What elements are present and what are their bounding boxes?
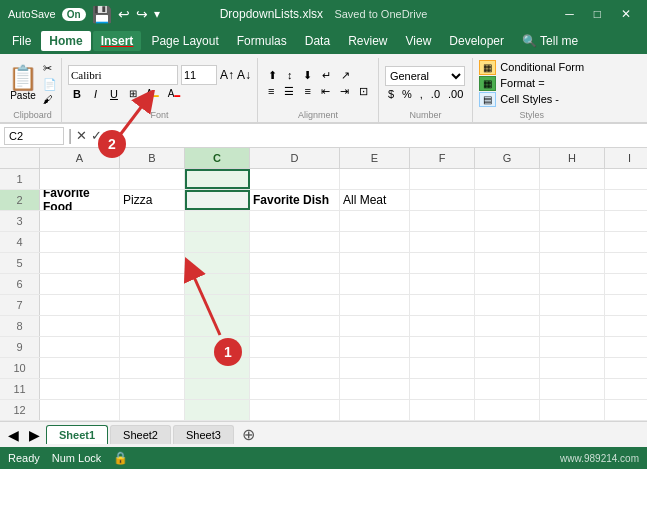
cell-f8[interactable] (410, 316, 475, 336)
save-icon[interactable]: 💾 (92, 5, 112, 24)
menu-file[interactable]: File (4, 31, 39, 51)
decrease-font-icon[interactable]: A↓ (237, 68, 251, 82)
increase-indent-button[interactable]: ⇥ (336, 84, 353, 99)
cell-d9[interactable] (250, 337, 340, 357)
cell-i3[interactable] (605, 211, 647, 231)
cell-b9[interactable] (120, 337, 185, 357)
cell-a3[interactable] (40, 211, 120, 231)
cell-g8[interactable] (475, 316, 540, 336)
cell-d10[interactable] (250, 358, 340, 378)
border-button[interactable]: ⊞ (126, 87, 140, 100)
cell-b7[interactable] (120, 295, 185, 315)
sheet-tab-sheet1[interactable]: Sheet1 (46, 425, 108, 444)
cell-b8[interactable] (120, 316, 185, 336)
cell-c8[interactable] (185, 316, 250, 336)
rotate-button[interactable]: ↗ (337, 68, 354, 83)
sheet-tab-sheet3[interactable]: Sheet3 (173, 425, 234, 444)
cell-h1[interactable] (540, 169, 605, 189)
cell-reference-input[interactable] (4, 127, 64, 145)
cell-e11[interactable] (340, 379, 410, 399)
col-header-e[interactable]: E (340, 148, 410, 168)
cell-d2[interactable]: Favorite Dish (250, 190, 340, 210)
cell-b2[interactable]: Pizza (120, 190, 185, 210)
paste-button[interactable]: 📋 Paste (8, 66, 38, 101)
cell-i9[interactable] (605, 337, 647, 357)
cell-i6[interactable] (605, 274, 647, 294)
cell-e3[interactable] (340, 211, 410, 231)
cell-h9[interactable] (540, 337, 605, 357)
decrease-indent-button[interactable]: ⇤ (317, 84, 334, 99)
col-header-i[interactable]: I (605, 148, 647, 168)
cell-a9[interactable] (40, 337, 120, 357)
cell-b5[interactable] (120, 253, 185, 273)
cell-g2[interactable] (475, 190, 540, 210)
menu-home[interactable]: Home (41, 31, 90, 51)
cell-i5[interactable] (605, 253, 647, 273)
cell-g6[interactable] (475, 274, 540, 294)
cell-h12[interactable] (540, 400, 605, 420)
cell-i1[interactable] (605, 169, 647, 189)
cell-h7[interactable] (540, 295, 605, 315)
cell-h11[interactable] (540, 379, 605, 399)
merge-button[interactable]: ⊡ (355, 84, 372, 99)
cell-h6[interactable] (540, 274, 605, 294)
cell-g4[interactable] (475, 232, 540, 252)
col-header-c[interactable]: C (185, 148, 250, 168)
align-top-button[interactable]: ⬆ (264, 68, 281, 83)
tab-scroll-left[interactable]: ◀ (4, 427, 23, 443)
align-middle-button[interactable]: ↕ (283, 68, 297, 82)
cell-f2[interactable] (410, 190, 475, 210)
cell-a6[interactable] (40, 274, 120, 294)
cell-i12[interactable] (605, 400, 647, 420)
cell-e9[interactable] (340, 337, 410, 357)
cell-h4[interactable] (540, 232, 605, 252)
cell-d6[interactable] (250, 274, 340, 294)
cell-f4[interactable] (410, 232, 475, 252)
cell-a7[interactable] (40, 295, 120, 315)
cell-f3[interactable] (410, 211, 475, 231)
cell-c5[interactable] (185, 253, 250, 273)
cell-c4[interactable] (185, 232, 250, 252)
align-bottom-button[interactable]: ⬇ (299, 68, 316, 83)
cell-i2[interactable] (605, 190, 647, 210)
menu-data[interactable]: Data (297, 31, 338, 51)
cell-h8[interactable] (540, 316, 605, 336)
cell-b12[interactable] (120, 400, 185, 420)
cell-a4[interactable] (40, 232, 120, 252)
cell-b3[interactable] (120, 211, 185, 231)
fill-color-button[interactable]: A▬ (143, 87, 162, 100)
sheet-tab-sheet2[interactable]: Sheet2 (110, 425, 171, 444)
menu-review[interactable]: Review (340, 31, 395, 51)
percent-button[interactable]: % (399, 87, 415, 101)
cell-d8[interactable] (250, 316, 340, 336)
increase-font-icon[interactable]: A↑ (220, 68, 234, 82)
number-format-select[interactable]: General Number Currency Percentage (385, 66, 465, 86)
cell-d12[interactable] (250, 400, 340, 420)
underline-button[interactable]: U (105, 86, 123, 102)
col-header-f[interactable]: F (410, 148, 475, 168)
menu-tell-me[interactable]: 🔍 Tell me (514, 31, 586, 51)
font-color-button[interactable]: A▬ (165, 87, 184, 100)
col-header-b[interactable]: B (120, 148, 185, 168)
cell-f7[interactable] (410, 295, 475, 315)
cell-e8[interactable] (340, 316, 410, 336)
cell-e10[interactable] (340, 358, 410, 378)
cut-button[interactable]: ✂ (43, 62, 57, 75)
cell-f1[interactable] (410, 169, 475, 189)
cell-f11[interactable] (410, 379, 475, 399)
cell-h2[interactable] (540, 190, 605, 210)
font-name-select[interactable] (68, 65, 178, 85)
minimize-btn[interactable]: ─ (557, 5, 582, 23)
cell-i7[interactable] (605, 295, 647, 315)
cell-c11[interactable] (185, 379, 250, 399)
cell-i8[interactable] (605, 316, 647, 336)
cell-c2-active[interactable] (185, 169, 250, 189)
cell-g12[interactable] (475, 400, 540, 420)
cell-a2[interactable]: Favorite Food (40, 190, 120, 210)
cell-f6[interactable] (410, 274, 475, 294)
cell-e5[interactable] (340, 253, 410, 273)
cell-d1[interactable] (250, 169, 340, 189)
cell-g10[interactable] (475, 358, 540, 378)
cell-b6[interactable] (120, 274, 185, 294)
italic-button[interactable]: I (89, 86, 102, 102)
